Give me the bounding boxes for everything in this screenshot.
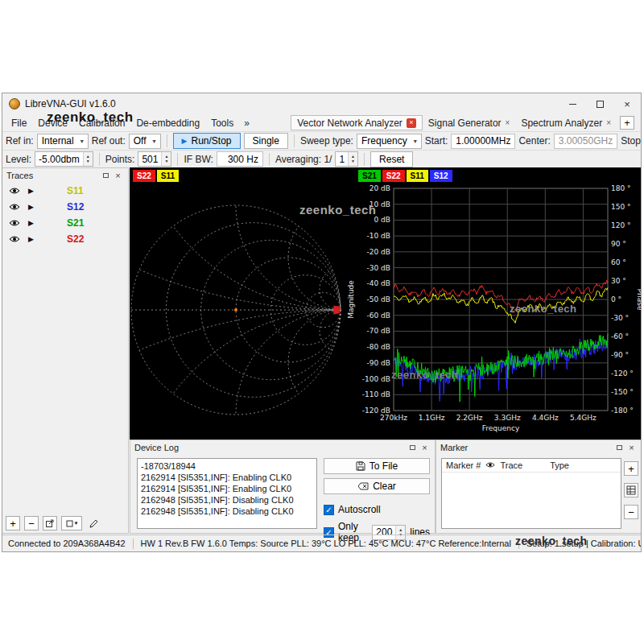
level-label: Level:: [6, 154, 31, 165]
plot-tab-s12[interactable]: S12: [430, 170, 452, 182]
titlebar[interactable]: LibreVNA-GUI v1.6.0 ×: [2, 93, 641, 114]
toolbar-separator: [269, 153, 270, 166]
y-right-tick-label: 150 °: [611, 203, 631, 211]
spin-arrows-icon[interactable]: ▲▼: [161, 152, 171, 166]
dock-close-button[interactable]: ×: [625, 442, 638, 453]
smith-trace-s22: [333, 306, 341, 315]
traces-dock-header[interactable]: Traces ×: [2, 168, 128, 182]
tab-label: Signal Generator: [428, 118, 502, 129]
magnitude-plot-canvas[interactable]: 20 dB10 dB0 dB-10 dB-20 dB-30 dB-40 dB-5…: [345, 167, 642, 440]
dock-float-button[interactable]: [100, 170, 112, 181]
tab-label: Vector Network Analyzer: [297, 118, 402, 129]
trace-label[interactable]: S11: [67, 185, 84, 196]
log-clear-button[interactable]: Clear: [324, 478, 430, 494]
device-log-list[interactable]: -18703/189442162914 [SI5351,INF]: Enabli…: [137, 458, 317, 529]
smith-tab-s22[interactable]: S22: [133, 170, 155, 182]
center-frequency-input[interactable]: 3.00050GHz: [554, 134, 617, 149]
trace-import-button[interactable]: [43, 516, 57, 530]
device-log-title: Device Log: [134, 443, 407, 452]
add-mode-button[interactable]: +: [620, 116, 634, 130]
tab-signal-generator[interactable]: Signal Generator ×: [423, 115, 516, 130]
start-frequency-input[interactable]: 1.00000MHz: [451, 134, 515, 149]
marker-dock-header[interactable]: Marker ×: [436, 440, 642, 454]
trace-row-s22[interactable]: ▶ S22: [2, 231, 128, 246]
edit-trace-button[interactable]: [86, 516, 101, 530]
tab-spectrum-analyzer[interactable]: Spectrum Analyzer ×: [515, 115, 617, 130]
plot-tab-s11[interactable]: S11: [407, 170, 428, 182]
marker-table-view-button[interactable]: [624, 483, 638, 497]
dock-close-button[interactable]: ×: [419, 442, 431, 453]
eye-icon[interactable]: [9, 187, 28, 195]
add-trace-button[interactable]: +: [6, 516, 20, 530]
float-icon: [103, 173, 109, 178]
chart-area: S22 S11 S21 S22 S11 S12 20 dB10 dB0 dB-1…: [130, 167, 642, 440]
tab-close-icon[interactable]: ×: [506, 118, 510, 127]
plot-tab-s21[interactable]: S21: [358, 170, 381, 182]
menu-file[interactable]: File: [6, 114, 32, 131]
eye-icon[interactable]: [9, 203, 28, 211]
x-tick-label: 2.2GHz: [456, 414, 483, 422]
averaging-stepper[interactable]: 1 ▲▼: [335, 151, 358, 167]
trace-label[interactable]: S22: [67, 233, 84, 245]
menu-tools[interactable]: Tools: [205, 114, 239, 131]
menu-overflow-chevron[interactable]: »: [239, 118, 254, 129]
tab-close-icon[interactable]: ×: [606, 118, 611, 127]
smith-chart-canvas[interactable]: [130, 167, 345, 440]
smith-tab-s11[interactable]: S11: [157, 170, 179, 182]
menu-calibration[interactable]: Calibration: [73, 114, 130, 131]
trace-row-s21[interactable]: ▶ S21: [2, 215, 128, 230]
tab-close-icon[interactable]: ×: [407, 118, 416, 128]
trace-row-s12[interactable]: ▶ S12: [2, 199, 128, 214]
smith-chart-tabs: S22 S11: [133, 170, 179, 182]
device-log-header[interactable]: Device Log ×: [130, 440, 435, 454]
remove-trace-button[interactable]: −: [24, 516, 39, 530]
sweep-toolbar: Ref in: Internal ▾ Ref out: Off ▾ ▶ Run/…: [2, 131, 641, 150]
menu-de-embedding[interactable]: De-embedding: [130, 114, 205, 131]
log-to-file-button[interactable]: To File: [324, 458, 430, 474]
ref-out-select[interactable]: Off ▾: [129, 134, 161, 149]
minimize-button[interactable]: [559, 93, 586, 114]
marker-trace-column: Trace: [500, 460, 522, 470]
close-button[interactable]: ×: [613, 93, 641, 114]
plot-tab-s22[interactable]: S22: [382, 170, 405, 182]
trace-label[interactable]: S12: [67, 201, 84, 213]
single-button[interactable]: Single: [244, 133, 288, 149]
menu-device[interactable]: Device: [32, 114, 73, 131]
dock-float-button[interactable]: [613, 442, 625, 453]
dock-close-button[interactable]: ×: [112, 170, 124, 181]
ifbw-input[interactable]: 300 Hz: [217, 151, 263, 167]
eye-icon[interactable]: [9, 235, 28, 243]
spin-arrows-icon[interactable]: ▲▼: [83, 152, 93, 166]
play-indicator-icon: ▶: [28, 219, 49, 227]
autoscroll-row: ✓ Autoscroll: [324, 504, 430, 515]
trace-row-s11[interactable]: ▶ S11: [2, 183, 128, 198]
y-right-tick-label: 120 °: [611, 221, 631, 229]
reset-button[interactable]: Reset: [370, 151, 413, 167]
add-marker-button[interactable]: +: [624, 461, 638, 476]
play-icon: ▶: [182, 137, 188, 145]
averaging-label: Averaging: 1/: [275, 154, 332, 165]
run-stop-button[interactable]: ▶ Run/Stop: [173, 133, 241, 149]
sweep-type-select[interactable]: Frequency ▾: [357, 134, 422, 149]
ref-in-select[interactable]: Internal ▾: [37, 134, 89, 149]
y-right-tick-label: 90 °: [611, 240, 626, 248]
eye-icon[interactable]: [9, 219, 28, 227]
magnitude-plot-panel: S21 S22 S11 S12 20 dB10 dB0 dB-10 dB-20 …: [345, 167, 642, 440]
remove-marker-button[interactable]: −: [624, 505, 638, 519]
y-right-tick-label: -30 °: [611, 314, 629, 322]
spin-arrows-icon[interactable]: ▲▼: [348, 152, 357, 166]
tab-vector-network-analyzer[interactable]: Vector Network Analyzer ×: [291, 115, 423, 130]
trace-menu-button[interactable]: ▾: [61, 516, 82, 530]
y-right-tick-label: -120 °: [611, 369, 634, 378]
level-stepper[interactable]: -5.00dbm ▲▼: [35, 151, 93, 167]
statusbar: Connected to 209A368A4B42 HW 1 Rev.B FW …: [2, 535, 641, 551]
maximize-button[interactable]: [586, 93, 613, 114]
marker-dock-title: Marker: [440, 443, 613, 452]
marker-table[interactable]: Marker # Trace Type: [441, 458, 621, 529]
points-stepper[interactable]: 501 ▲▼: [138, 151, 171, 167]
trace-label[interactable]: S21: [67, 217, 84, 229]
window-title: LibreVNA-GUI v1.6.0: [25, 98, 116, 109]
dock-float-button[interactable]: [407, 442, 419, 453]
autoscroll-checkbox[interactable]: ✓: [324, 505, 334, 515]
y-right-axis-title: Phase: [636, 289, 642, 311]
